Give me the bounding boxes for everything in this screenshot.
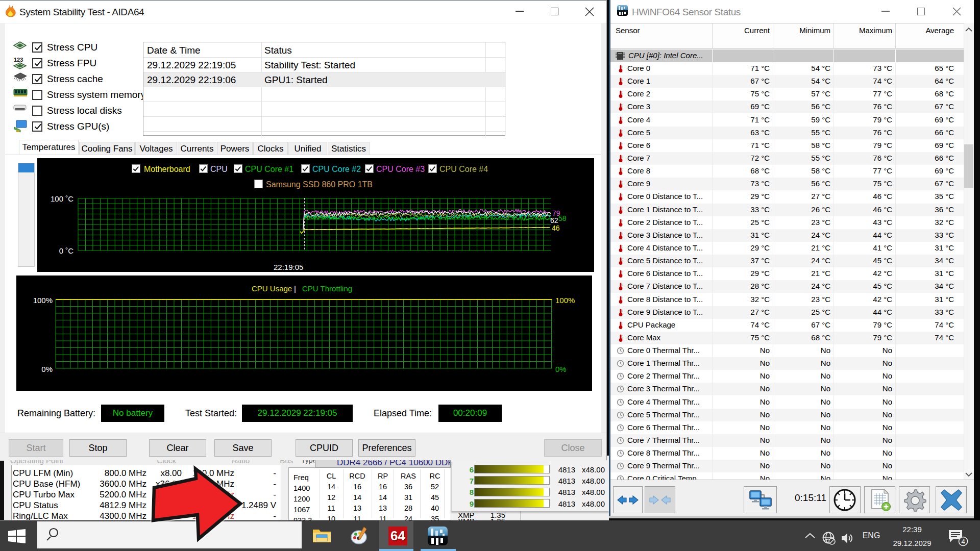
- svg-text:123: 123: [14, 57, 23, 63]
- svg-text:4: 4: [961, 538, 965, 545]
